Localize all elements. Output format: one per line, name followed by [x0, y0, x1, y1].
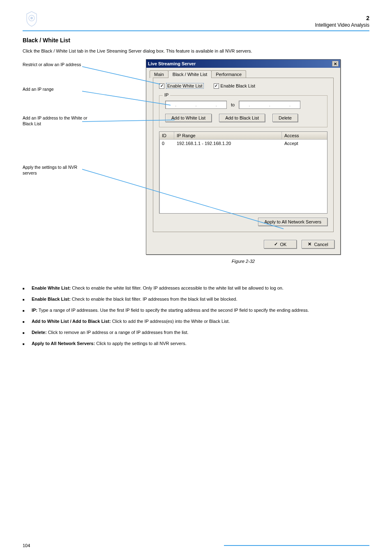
- col-range[interactable]: IP Range: [174, 132, 282, 139]
- chapter-number: 2: [315, 15, 369, 21]
- desc-apply-all: Apply to All Network Servers: Click to a…: [32, 340, 369, 347]
- tab-strip: Main Black / White List Performance ✓ En…: [146, 68, 340, 232]
- svg-point-1: [30, 17, 33, 19]
- dialog-screenshot: Live Streaming Server ✕ Main Black / Whi…: [146, 59, 341, 264]
- page-footer: 104: [23, 543, 369, 548]
- footer-rule: [224, 545, 369, 546]
- desc-add-to-list: Add to White List / Add to Black List: C…: [32, 318, 369, 325]
- cell-access: Accept: [282, 140, 327, 147]
- close-icon[interactable]: ✕: [332, 61, 339, 67]
- desc-delete: Delete: Click to remove an IP address or…: [32, 329, 369, 336]
- ip-to-label: to: [231, 102, 235, 107]
- desc-body: Click to apply the settings to all NVR s…: [95, 341, 187, 346]
- callout-2: Add an IP range: [23, 86, 88, 92]
- desc-body: Check to enable the white list filter. O…: [71, 285, 284, 290]
- desc-body: Click to remove an IP address or a range…: [47, 330, 189, 335]
- dialog-buttons: ✓ OK ✕ Cancel: [146, 236, 340, 254]
- desc-lead: IP:: [32, 308, 37, 313]
- delete-button[interactable]: Delete: [272, 114, 298, 122]
- titlebar: Live Streaming Server ✕: [146, 60, 340, 68]
- chapter-label: 2 Intelligent Video Analysis: [315, 15, 369, 28]
- checkbox-icon: ✓: [159, 83, 164, 89]
- cell-range: 192.168.1.1 - 192.168.1.20: [174, 140, 282, 147]
- ok-label: OK: [280, 242, 287, 247]
- dialog-window: Live Streaming Server ✕ Main Black / Whi…: [146, 59, 341, 255]
- desc-body: Type a range of IP addresses. Use the fi…: [37, 308, 309, 313]
- cancel-label: Cancel: [314, 242, 328, 247]
- callout-1: Restrict or allow an IP address: [23, 62, 88, 67]
- desc-enable-white: Enable White List: Check to enable the w…: [32, 285, 369, 292]
- callout-4: Apply the settings to all NVR servers: [23, 164, 88, 176]
- desc-lead: Add to White List / Add to Black List:: [32, 319, 111, 324]
- enable-row: ✓ Enable White List ✓ Enable Black List: [159, 83, 327, 89]
- tab-black-white-list[interactable]: Black / White List: [168, 70, 212, 78]
- desc-ip: IP: Type a range of IP addresses. Use th…: [32, 307, 369, 314]
- callout-3: Add an IP address to the White or Black …: [23, 115, 88, 127]
- cancel-button[interactable]: ✕ Cancel: [302, 240, 334, 249]
- apply-all-button[interactable]: Apply to All Network Servers: [258, 218, 327, 226]
- list-row[interactable]: 0 192.168.1.1 - 192.168.1.20 Accept: [159, 140, 327, 147]
- desc-lead: Apply to All Network Servers:: [32, 341, 95, 346]
- desc-lead: Delete:: [32, 330, 47, 335]
- section-title: Black / White List: [23, 37, 369, 44]
- check-icon: ✓: [274, 242, 278, 247]
- col-id[interactable]: ID: [159, 132, 174, 139]
- desc-enable-black: Enable Black List: Check to enable the b…: [32, 296, 369, 303]
- desc-body: Check to enable the black list filter. I…: [71, 297, 238, 302]
- desc-lead: Enable Black List:: [32, 297, 71, 302]
- ip-end-input[interactable]: ...: [239, 101, 300, 109]
- ip-legend: IP: [163, 92, 170, 97]
- checkbox-enable-black-list[interactable]: ✓ Enable Black List: [214, 83, 255, 89]
- list-header: ID IP Range Access: [159, 132, 327, 140]
- desc-body: Click to add the IP address(es) into the…: [111, 319, 230, 324]
- window-title: Live Streaming Server: [148, 61, 196, 66]
- ip-start-input[interactable]: ...: [165, 101, 227, 109]
- description-list: Enable White List: Check to enable the w…: [23, 285, 369, 347]
- close-icon: ✕: [308, 242, 311, 247]
- tab-panel-bw: ✓ Enable White List ✓ Enable Black List …: [153, 78, 334, 232]
- desc-lead: Enable White List:: [32, 285, 71, 290]
- col-access[interactable]: Access: [282, 132, 327, 139]
- tab-main[interactable]: Main: [150, 70, 168, 78]
- chapter-header: 2 Intelligent Video Analysis: [23, 10, 369, 30]
- header-rule: [23, 30, 369, 31]
- tab-performance[interactable]: Performance: [211, 70, 246, 78]
- enable-black-label: Enable Black List: [221, 83, 255, 88]
- add-to-white-list-button[interactable]: Add to White List: [165, 114, 212, 122]
- chapter-icon: [23, 10, 41, 28]
- intro-paragraph: Click the Black / White List tab in the …: [23, 48, 369, 55]
- figure-caption: Figure 2-32: [146, 259, 341, 264]
- page-number: 104: [23, 543, 43, 548]
- cell-id: 0: [159, 140, 174, 147]
- chapter-title: Intelligent Video Analysis: [315, 22, 369, 28]
- add-to-black-list-button[interactable]: Add to Black List: [219, 114, 265, 122]
- checkbox-enable-white-list[interactable]: ✓ Enable White List: [159, 83, 204, 89]
- enable-white-label: Enable White List: [166, 83, 204, 89]
- ok-button[interactable]: ✓ OK: [264, 240, 297, 249]
- ip-fieldset: IP ... to ... Add to White List: [159, 95, 327, 127]
- checkbox-icon: ✓: [214, 83, 219, 89]
- page-content: 2 Intelligent Video Analysis Black / Whi…: [23, 10, 369, 527]
- ip-list[interactable]: ID IP Range Access 0 192.168.1.1 - 192.1…: [159, 131, 327, 214]
